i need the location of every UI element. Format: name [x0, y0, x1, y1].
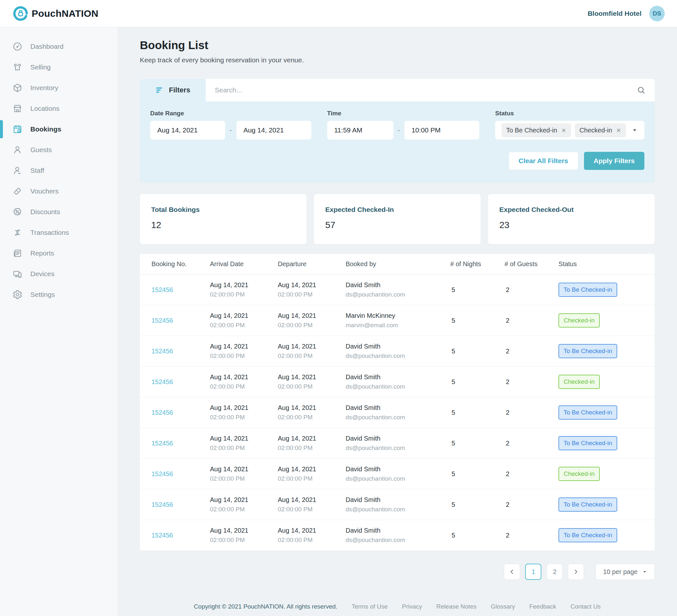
booking-no-link[interactable]: 152456	[151, 532, 173, 539]
bookings-table: Booking No. Arrival Date Departure Booke…	[140, 254, 655, 551]
sidebar-item-dashboard[interactable]: Dashboard	[0, 36, 118, 57]
time-separator: -	[398, 127, 400, 134]
pagination: 1 2 10 per page	[140, 564, 655, 580]
booking-no-link[interactable]: 152456	[151, 440, 173, 447]
departure-cell: Aug 14, 2021 02:00:00 PM	[278, 281, 346, 298]
booked-by-name: David Smith	[346, 496, 450, 503]
per-page-select[interactable]: 10 per page	[596, 564, 655, 580]
sidebar-item-guests[interactable]: Guests	[0, 139, 118, 160]
table-row[interactable]: 152456 Aug 14, 2021 02:00:00 PM Aug 14, …	[140, 367, 655, 397]
status-badge: To Be Checked-in	[558, 344, 617, 358]
footer-link[interactable]: Release Notes	[436, 603, 477, 610]
time-from-input[interactable]: 11:59 AM	[327, 121, 394, 139]
departure-cell: Aug 14, 2021 02:00:00 PM	[278, 404, 346, 421]
sidebar-item-selling[interactable]: Selling	[0, 57, 118, 78]
selling-icon	[12, 62, 22, 72]
booking-no-link[interactable]: 152456	[151, 470, 173, 477]
filter-panel: Date Range Aug 14, 2021 - Aug 14, 2021 T…	[140, 101, 655, 183]
date-to-input[interactable]: Aug 14, 2021	[236, 121, 311, 139]
sidebar-item-reports[interactable]: Reports	[0, 243, 118, 264]
status-select[interactable]: To Be Checked-in Checked-in	[495, 121, 644, 139]
sidebar-item-staff[interactable]: Staff	[0, 160, 118, 181]
table-row[interactable]: 152456 Aug 14, 2021 02:00:00 PM Aug 14, …	[140, 397, 655, 428]
prev-page-button[interactable]	[504, 564, 520, 580]
footer-link[interactable]: Terms of Use	[352, 603, 388, 610]
booking-no-link[interactable]: 152456	[151, 378, 173, 385]
booking-no-link[interactable]: 152456	[151, 317, 173, 324]
booked-by-email: ds@pouchantion.com	[346, 414, 450, 421]
booked-by-cell: David Smith ds@pouchantion.com	[346, 435, 450, 451]
footer-link[interactable]: Feedback	[529, 603, 556, 610]
departure-cell: Aug 14, 2021 02:00:00 PM	[278, 527, 346, 544]
inventory-icon	[12, 83, 22, 93]
sidebar-item-vouchers[interactable]: Vouchers	[0, 181, 118, 202]
table-row[interactable]: 152456 Aug 14, 2021 02:00:00 PM Aug 14, …	[140, 459, 655, 489]
sidebar-item-transactions[interactable]: Transactions	[0, 222, 118, 243]
remove-chip-icon[interactable]	[561, 128, 567, 133]
table-row[interactable]: 152456 Aug 14, 2021 02:00:00 PM Aug 14, …	[140, 305, 655, 336]
footer-link[interactable]: Privacy	[402, 603, 422, 610]
departure-cell: Aug 14, 2021 02:00:00 PM	[278, 496, 346, 513]
sidebar-item-bookings[interactable]: Bookings	[0, 119, 118, 139]
column-header: Departure	[278, 260, 346, 268]
arrival-date: Aug 14, 2021	[210, 466, 278, 473]
departure-cell: Aug 14, 2021 02:00:00 PM	[278, 343, 346, 359]
table-row[interactable]: 152456 Aug 14, 2021 02:00:00 PM Aug 14, …	[140, 489, 655, 520]
guests-icon	[12, 145, 22, 155]
guests-value: 2	[504, 317, 558, 324]
logo[interactable]: PouchNATION	[12, 5, 98, 22]
time-to-input[interactable]: 10:00 PM	[404, 121, 479, 139]
column-header: # of Guests	[504, 260, 558, 268]
column-header: Booking No.	[151, 260, 210, 268]
status-badge: To Be Checked-in	[558, 497, 617, 512]
arrival-cell: Aug 14, 2021 02:00:00 PM	[210, 466, 278, 482]
footer-link[interactable]: Contact Us	[571, 603, 601, 610]
table-row[interactable]: 152456 Aug 14, 2021 02:00:00 PM Aug 14, …	[140, 520, 655, 551]
arrival-date: Aug 14, 2021	[210, 527, 278, 534]
status-chip: Checked-in	[575, 123, 626, 137]
arrival-date: Aug 14, 2021	[210, 312, 278, 319]
sidebar-item-discounts[interactable]: Discounts	[0, 202, 118, 222]
stat-label: Expected Checked-Out	[499, 206, 643, 214]
booking-no-link[interactable]: 152456	[151, 409, 173, 416]
departure-time: 02:00:00 PM	[278, 444, 346, 451]
sidebar-item-label: Reports	[30, 249, 54, 257]
next-page-button[interactable]	[568, 564, 584, 580]
top-header: PouchNATION Bloomfield Hotel DS	[0, 0, 677, 27]
table-row[interactable]: 152456 Aug 14, 2021 02:00:00 PM Aug 14, …	[140, 274, 655, 305]
booked-by-name: Marvin McKinney	[346, 312, 450, 319]
sidebar-item-inventory[interactable]: Inventory	[0, 78, 118, 98]
clear-all-filters-button[interactable]: Clear All Filters	[509, 152, 578, 170]
booking-no-link[interactable]: 152456	[151, 501, 173, 508]
sidebar-item-devices[interactable]: Devices	[0, 264, 118, 284]
apply-filters-button[interactable]: Apply Filters	[584, 152, 644, 170]
sidebar-item-label: Transactions	[30, 229, 69, 236]
search-icon[interactable]	[637, 86, 646, 95]
arrival-cell: Aug 14, 2021 02:00:00 PM	[210, 312, 278, 329]
search-input[interactable]	[215, 86, 637, 94]
booked-by-cell: David Smith ds@pouchantion.com	[346, 343, 450, 359]
sidebar-item-settings[interactable]: Settings	[0, 284, 118, 305]
booking-no-link[interactable]: 152456	[151, 348, 173, 355]
arrival-time: 02:00:00 PM	[210, 444, 278, 451]
sidebar-item-locations[interactable]: Locations	[0, 98, 118, 119]
booked-by-cell: David Smith ds@pouchantion.com	[346, 404, 450, 421]
page-button[interactable]: 1	[525, 564, 541, 580]
remove-chip-icon[interactable]	[616, 128, 622, 133]
filters-tab[interactable]: Filters	[140, 79, 206, 101]
caret-down-icon[interactable]	[631, 127, 638, 133]
nights-value: 5	[450, 470, 504, 478]
page-button[interactable]: 2	[546, 564, 563, 580]
page-title: Booking List	[140, 39, 655, 52]
table-row[interactable]: 152456 Aug 14, 2021 02:00:00 PM Aug 14, …	[140, 428, 655, 459]
booking-no-link[interactable]: 152456	[151, 286, 173, 293]
arrival-date: Aug 14, 2021	[210, 404, 278, 411]
departure-time: 02:00:00 PM	[278, 383, 346, 390]
date-from-input[interactable]: Aug 14, 2021	[150, 121, 225, 139]
arrival-cell: Aug 14, 2021 02:00:00 PM	[210, 373, 278, 390]
table-row[interactable]: 152456 Aug 14, 2021 02:00:00 PM Aug 14, …	[140, 336, 655, 367]
footer-link[interactable]: Glossary	[491, 603, 515, 610]
avatar[interactable]: DS	[649, 6, 665, 21]
sidebar-item-label: Settings	[30, 291, 55, 299]
sidebar-item-label: Locations	[30, 105, 59, 113]
